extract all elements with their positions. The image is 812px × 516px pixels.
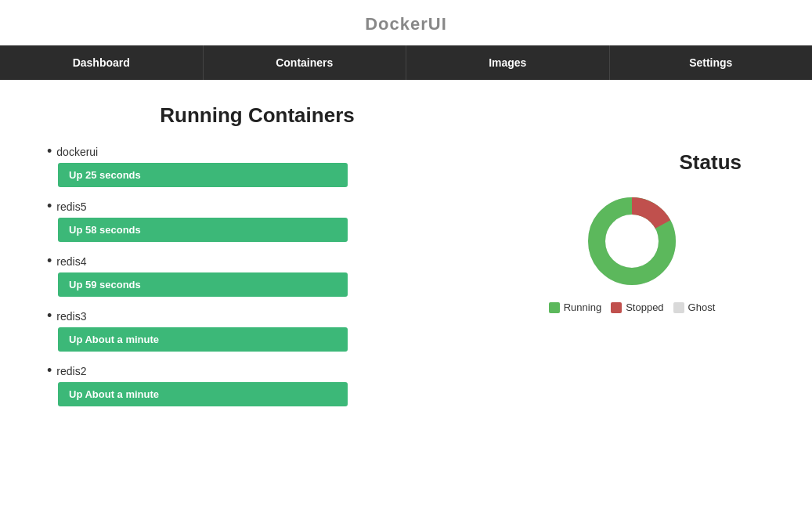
left-panel: Running Containers dockeruiUp 25 seconds…	[47, 103, 467, 417]
container-item: redis5Up 58 seconds	[47, 198, 467, 242]
container-status-bar[interactable]: Up 25 seconds	[58, 163, 348, 187]
chart-area	[581, 190, 683, 292]
nav-item-dashboard[interactable]: Dashboard	[0, 45, 204, 80]
container-name[interactable]: redis5	[47, 198, 467, 215]
legend-label: Stopped	[626, 301, 663, 313]
legend-label: Ghost	[688, 301, 716, 313]
container-item: redis3Up About a minute	[47, 308, 467, 352]
legend: RunningStoppedGhost	[549, 301, 716, 313]
legend-item: Stopped	[611, 301, 663, 313]
container-status-bar[interactable]: Up 58 seconds	[58, 218, 348, 242]
container-name[interactable]: dockerui	[47, 143, 467, 160]
containers-list: dockeruiUp 25 secondsredis5Up 58 seconds…	[47, 143, 467, 406]
container-name[interactable]: redis4	[47, 253, 467, 269]
container-item: dockeruiUp 25 seconds	[47, 143, 467, 187]
legend-dot	[549, 302, 560, 313]
legend-label: Running	[564, 301, 601, 313]
donut-chart	[581, 190, 683, 292]
nav-item-containers[interactable]: Containers	[204, 45, 407, 80]
container-item: redis4Up 59 seconds	[47, 253, 467, 297]
legend-item: Ghost	[673, 301, 716, 313]
running-containers-title: Running Containers	[47, 103, 467, 128]
container-name[interactable]: redis2	[47, 363, 467, 379]
app-title: DockerUI	[0, 0, 812, 45]
legend-item: Running	[549, 301, 601, 313]
svg-point-3	[608, 218, 655, 265]
container-status-bar[interactable]: Up 59 seconds	[58, 272, 348, 297]
status-title: Status	[680, 150, 742, 175]
container-status-bar[interactable]: Up About a minute	[58, 382, 348, 406]
nav-item-images[interactable]: Images	[406, 45, 610, 80]
right-panel: Status RunningStop	[499, 103, 765, 417]
container-name[interactable]: redis3	[47, 308, 467, 324]
container-status-bar[interactable]: Up About a minute	[58, 327, 348, 352]
container-item: redis2Up About a minute	[47, 363, 467, 406]
legend-dot	[673, 302, 684, 313]
legend-dot	[611, 302, 622, 313]
chart-legend-wrapper: RunningStoppedGhost	[549, 190, 716, 313]
main-content: Running Containers dockeruiUp 25 seconds…	[0, 80, 812, 441]
nav-item-settings[interactable]: Settings	[610, 45, 813, 80]
nav-bar: DashboardContainersImagesSettings	[0, 45, 812, 80]
